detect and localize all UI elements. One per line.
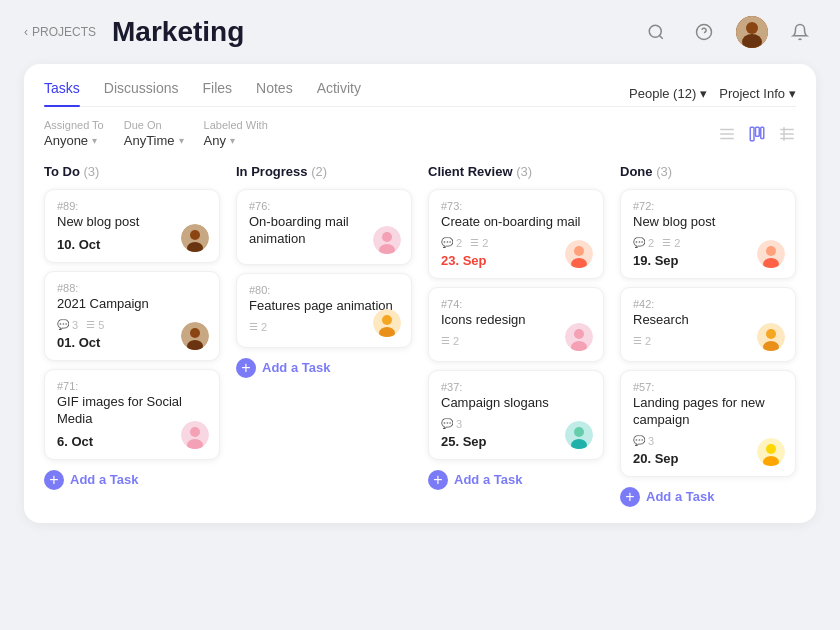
svg-point-39: [574, 427, 584, 437]
column-header-3: Done (3): [620, 164, 796, 179]
avatar: [565, 421, 593, 449]
back-label: PROJECTS: [32, 25, 96, 39]
tab-tasks[interactable]: Tasks: [44, 80, 80, 106]
help-icon[interactable]: [688, 16, 720, 48]
column-done: Done (3) #72: New blog post 💬 2 ☰ 2 19. …: [620, 164, 796, 507]
table-row[interactable]: #57: Landing pages for new campaign 💬 3 …: [620, 370, 796, 477]
add-task-button[interactable]: +Add a Task: [428, 470, 604, 490]
header-left: ‹ PROJECTS Marketing: [24, 16, 244, 48]
meta-count: 2: [456, 237, 462, 249]
card-id: #88:: [57, 282, 207, 294]
back-link[interactable]: ‹ PROJECTS: [24, 25, 96, 39]
filters: Assigned To Anyone ▾ Due On AnyTime ▾ La…: [44, 119, 268, 148]
svg-rect-10: [750, 127, 754, 141]
meta-count: 3: [648, 435, 654, 447]
user-avatar[interactable]: [736, 16, 768, 48]
tab-notes[interactable]: Notes: [256, 80, 293, 106]
table-row[interactable]: #89: New blog post 10. Oct: [44, 189, 220, 263]
labeled-with-select[interactable]: Any ▾: [204, 133, 268, 148]
project-info-button[interactable]: Project Info ▾: [719, 86, 796, 101]
tab-discussions[interactable]: Discussions: [104, 80, 179, 106]
list-view-icon[interactable]: [718, 125, 736, 143]
svg-point-45: [766, 329, 776, 339]
avatar: [757, 240, 785, 268]
add-task-label: Add a Task: [454, 472, 522, 487]
meta-count: 2: [674, 237, 680, 249]
meta-icon: ☰: [662, 237, 671, 248]
labeled-with-filter: Labeled With Any ▾: [204, 119, 268, 148]
kanban-view-icon[interactable]: [748, 125, 766, 143]
card-title: Campaign slogans: [441, 395, 591, 412]
add-task-label: Add a Task: [262, 360, 330, 375]
card-id: #80:: [249, 284, 399, 296]
card-id: #42:: [633, 298, 783, 310]
avatar: [181, 421, 209, 449]
meta-icon: 💬: [633, 435, 645, 446]
table-row[interactable]: #71: GIF images for Social Media 6. Oct: [44, 369, 220, 460]
table-row[interactable]: #88: 2021 Campaign 💬 3 ☰ 5 01. Oct: [44, 271, 220, 361]
assigned-to-arrow-icon: ▾: [92, 135, 97, 146]
table-row[interactable]: #72: New blog post 💬 2 ☰ 2 19. Sep: [620, 189, 796, 279]
table-row[interactable]: #74: Icons redesign ☰ 2: [428, 287, 604, 362]
card-id: #71:: [57, 380, 207, 392]
svg-point-18: [190, 230, 200, 240]
add-task-button[interactable]: +Add a Task: [44, 470, 220, 490]
card-id: #37:: [441, 381, 591, 393]
svg-line-1: [659, 35, 662, 38]
tab-files[interactable]: Files: [203, 80, 233, 106]
card-title: 2021 Campaign: [57, 296, 207, 313]
card-meta-item: 💬 3: [57, 319, 78, 331]
add-task-plus-icon: +: [44, 470, 64, 490]
card-id: #72:: [633, 200, 783, 212]
cards-3: #72: New blog post 💬 2 ☰ 2 19. Sep #42: …: [620, 189, 796, 477]
due-on-select[interactable]: AnyTime ▾: [124, 133, 184, 148]
add-task-label: Add a Task: [646, 489, 714, 504]
people-chevron-icon: ▾: [700, 86, 707, 101]
meta-count: 3: [456, 418, 462, 430]
bell-icon[interactable]: [784, 16, 816, 48]
svg-rect-11: [756, 127, 760, 136]
people-button[interactable]: People (12) ▾: [629, 86, 707, 101]
add-task-button[interactable]: +Add a Task: [620, 487, 796, 507]
card-meta-item: 💬 2: [441, 237, 462, 249]
card-id: #76:: [249, 200, 399, 212]
kanban-board: To Do (3) #89: New blog post 10. Oct #88…: [44, 164, 796, 507]
project-info-chevron-icon: ▾: [789, 86, 796, 101]
card-title: Landing pages for new campaign: [633, 395, 783, 429]
svg-point-24: [190, 427, 200, 437]
due-on-label: Due On: [124, 119, 184, 131]
table-row[interactable]: #80: Features page animation ☰ 2: [236, 273, 412, 348]
card-id: #89:: [57, 200, 207, 212]
meta-icon: ☰: [441, 335, 450, 346]
assigned-to-select[interactable]: Anyone ▾: [44, 133, 104, 148]
search-icon[interactable]: [640, 16, 672, 48]
card-meta-item: ☰ 2: [470, 237, 488, 249]
add-task-label: Add a Task: [70, 472, 138, 487]
labeled-with-label: Labeled With: [204, 119, 268, 131]
avatar: [373, 226, 401, 254]
tabs-row: Tasks Discussions Files Notes Activity P…: [44, 80, 796, 107]
column-in-progress: In Progress (2) #76: On-boarding mail an…: [236, 164, 412, 507]
avatar: [181, 322, 209, 350]
column-to-do: To Do (3) #89: New blog post 10. Oct #88…: [44, 164, 220, 507]
table-row[interactable]: #37: Campaign slogans 💬 3 25. Sep: [428, 370, 604, 460]
grid-view-icon[interactable]: [778, 125, 796, 143]
avatar: [565, 240, 593, 268]
svg-point-36: [574, 329, 584, 339]
table-row[interactable]: #76: On-boarding mail animation: [236, 189, 412, 265]
due-on-arrow-icon: ▾: [179, 135, 184, 146]
avatar: [757, 438, 785, 466]
meta-icon: ☰: [249, 321, 258, 332]
card-title: New blog post: [633, 214, 783, 231]
tab-activity[interactable]: Activity: [317, 80, 361, 106]
meta-icon: 💬: [441, 237, 453, 248]
add-task-plus-icon: +: [428, 470, 448, 490]
page-title: Marketing: [112, 16, 244, 48]
table-row[interactable]: #73: Create on-boarding mail 💬 2 ☰ 2 23.…: [428, 189, 604, 279]
meta-count: 5: [98, 319, 104, 331]
table-row[interactable]: #42: Research ☰ 2: [620, 287, 796, 362]
meta-count: 2: [645, 335, 651, 347]
svg-point-48: [766, 444, 776, 454]
add-task-button[interactable]: +Add a Task: [236, 358, 412, 378]
card-meta-item: ☰ 2: [633, 335, 651, 347]
